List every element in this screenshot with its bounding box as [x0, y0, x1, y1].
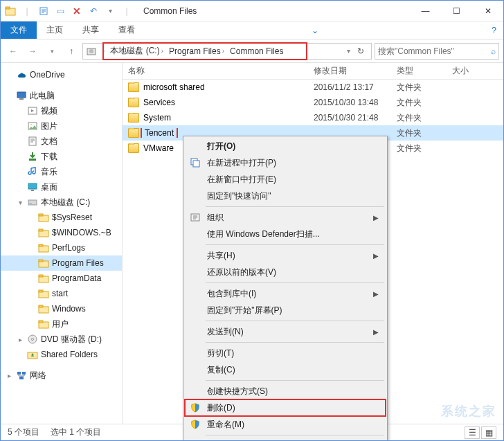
nav-item-1[interactable]: 此电脑: [1, 88, 122, 103]
refresh-button[interactable]: ↻: [353, 46, 368, 56]
nav-label: 音乐: [41, 166, 57, 178]
expand-icon[interactable]: ▸: [5, 372, 13, 379]
menu-item[interactable]: 在新进程中打开(P): [185, 154, 386, 171]
nav-item-15[interactable]: Windows: [1, 301, 122, 316]
file-type: 文件夹: [391, 112, 447, 124]
svg-rect-6: [19, 98, 24, 100]
ribbon-expand-icon[interactable]: ⌄: [305, 21, 325, 39]
nav-item-19[interactable]: ▸网络: [1, 368, 122, 383]
menu-item[interactable]: 复制(C): [185, 361, 386, 378]
search-input[interactable]: [378, 46, 491, 56]
menu-item[interactable]: 在新窗口中打开(E): [185, 171, 386, 188]
new-folder-icon[interactable]: ▭: [53, 4, 67, 18]
col-name[interactable]: 名称: [123, 65, 308, 77]
menu-item[interactable]: 固定到"开始"屏幕(P): [185, 302, 386, 318]
col-type[interactable]: 类型: [391, 65, 447, 77]
search-icon[interactable]: ⌕: [491, 46, 496, 56]
nav-item-14[interactable]: start: [1, 286, 122, 301]
recent-dropdown-icon[interactable]: ▾: [44, 43, 60, 60]
tab-file[interactable]: 文件: [1, 21, 37, 39]
nav-item-2[interactable]: 视频: [1, 103, 122, 118]
svg-rect-1: [6, 7, 10, 9]
menu-item[interactable]: 打开(O): [185, 138, 386, 154]
menu-item[interactable]: 发送到(N)▶: [185, 323, 386, 340]
tab-view[interactable]: 查看: [109, 21, 145, 39]
menu-item[interactable]: 创建快捷方式(S): [185, 383, 386, 399]
nav-item-0[interactable]: OneDrive: [1, 67, 122, 82]
menu-label: 复制(C): [207, 364, 235, 376]
file-row[interactable]: microsoft shared2016/11/2 13:17文件夹: [123, 80, 503, 95]
tab-home[interactable]: 主页: [37, 21, 73, 39]
minimize-button[interactable]: —: [410, 1, 441, 21]
breadcrumb[interactable]: › 本地磁盘 (C:)› Program Files› Common Files…: [82, 43, 372, 60]
nav-item-6[interactable]: 音乐: [1, 164, 122, 179]
details-view-button[interactable]: ☰: [465, 426, 480, 439]
maximize-button[interactable]: ☐: [441, 1, 472, 21]
nav-item-4[interactable]: 文档: [1, 134, 122, 149]
nav-item-17[interactable]: ▸DVD 驱动器 (D:): [1, 332, 122, 347]
properties-icon[interactable]: [37, 4, 51, 18]
menu-item[interactable]: 固定到"快速访问": [185, 188, 386, 204]
up-button[interactable]: ↑: [63, 43, 80, 60]
delete-icon[interactable]: ✕: [70, 4, 84, 18]
menu-item[interactable]: 包含到库中(I)▶: [185, 285, 386, 302]
file-type: 文件夹: [391, 82, 447, 93]
svg-rect-15: [28, 200, 37, 205]
breadcrumb-item-2[interactable]: Common Files: [227, 46, 286, 56]
nav-item-10[interactable]: $WINDOWS.~B: [1, 225, 122, 240]
menu-item[interactable]: 使用 Windows Defender扫描...: [185, 226, 386, 242]
menu-item[interactable]: 还原以前的版本(V): [185, 264, 386, 280]
menu-item[interactable]: 共享(H)▶: [185, 247, 386, 264]
nav-label: Windows: [52, 304, 86, 314]
breadcrumb-item-1[interactable]: Program Files›: [166, 46, 227, 56]
breadcrumb-item-0[interactable]: 本地磁盘 (C:)›: [107, 45, 166, 57]
menu-item[interactable]: 重命名(M): [185, 416, 386, 433]
help-icon[interactable]: ?: [485, 21, 503, 39]
col-date[interactable]: 修改日期: [308, 65, 391, 77]
col-size[interactable]: 大小: [447, 65, 503, 77]
newproc-icon: [189, 156, 201, 169]
nav-item-12[interactable]: Program Files: [1, 255, 122, 271]
file-row[interactable]: System2015/10/30 21:48文件夹: [123, 110, 503, 125]
nav-item-5[interactable]: 下载: [1, 149, 122, 164]
shield-icon: [189, 402, 201, 414]
back-button[interactable]: ←: [5, 43, 21, 60]
undo-icon[interactable]: ↶: [87, 4, 100, 18]
menu-separator: [206, 342, 384, 343]
nav-item-11[interactable]: PerfLogs: [1, 240, 122, 255]
forward-button[interactable]: →: [24, 43, 41, 60]
nav-label: DVD 驱动器 (D:): [41, 334, 102, 345]
navigation-pane[interactable]: OneDrive此电脑视频图片文档下载音乐桌面▾本地磁盘 (C:)$SysRes…: [1, 63, 123, 424]
svg-point-36: [32, 354, 34, 356]
nav-label: 用户: [52, 318, 69, 330]
nav-item-8[interactable]: ▾本地磁盘 (C:): [1, 195, 122, 210]
nav-label: 此电脑: [30, 90, 55, 102]
nav-item-3[interactable]: 图片: [1, 118, 122, 134]
nav-item-9[interactable]: $SysReset: [1, 210, 122, 225]
svg-point-34: [32, 339, 34, 341]
nav-item-13[interactable]: ProgramData: [1, 271, 122, 286]
search-box[interactable]: ⌕: [375, 43, 499, 60]
expand-icon[interactable]: ▾: [16, 199, 24, 206]
nav-item-16[interactable]: 用户: [1, 316, 122, 332]
menu-item[interactable]: 属性(R): [185, 438, 386, 441]
menu-item[interactable]: 组织▶: [185, 209, 386, 226]
expand-icon[interactable]: ▸: [16, 336, 24, 343]
nav-label: $WINDOWS.~B: [52, 228, 111, 237]
menu-label: 重命名(M): [207, 419, 244, 431]
breadcrumb-chevron[interactable]: ›: [100, 47, 107, 55]
breadcrumb-dropdown-icon[interactable]: ▾: [347, 47, 353, 55]
menu-item[interactable]: 剪切(T): [185, 345, 386, 361]
tab-share[interactable]: 共享: [73, 21, 109, 39]
nav-item-18[interactable]: Shared Folders: [1, 347, 122, 362]
close-button[interactable]: ✕: [472, 1, 503, 21]
address-bar: ← → ▾ ↑ › 本地磁盘 (C:)› Program Files› Comm…: [1, 39, 503, 63]
nav-item-7[interactable]: 桌面: [1, 179, 122, 195]
menu-item[interactable]: 删除(D): [185, 399, 386, 416]
folder-icon: [3, 4, 17, 18]
file-date: 2015/10/30 21:48: [308, 113, 391, 123]
qat-dropdown-icon[interactable]: ▾: [103, 4, 117, 18]
file-row[interactable]: Services2015/10/30 13:48文件夹: [123, 95, 503, 110]
nav-label: start: [52, 289, 68, 298]
icons-view-button[interactable]: ▦: [481, 426, 496, 439]
